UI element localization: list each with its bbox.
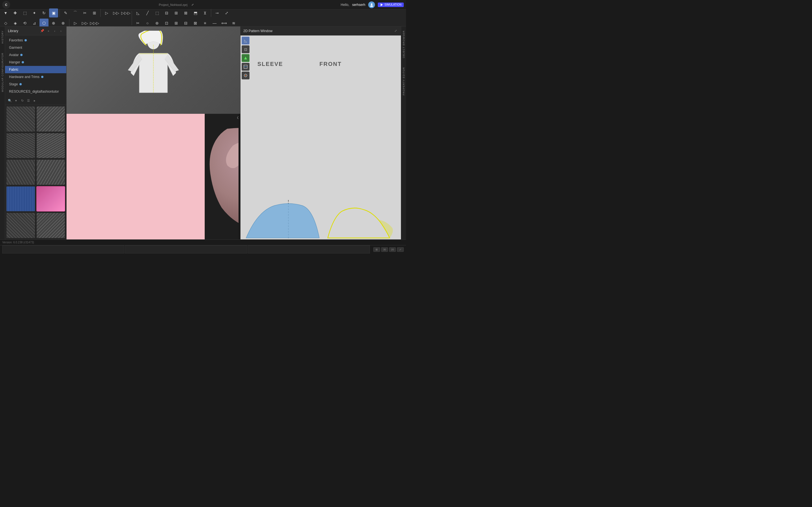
pattern-expand-btn[interactable]: ⤢: [393, 29, 398, 34]
pt-c5[interactable]: ⊞: [172, 18, 181, 27]
search-dropdown-btn[interactable]: ▾: [13, 98, 18, 103]
fabric-item[interactable]: (Defau...zfab: [36, 106, 65, 132]
history-tab[interactable]: HISTORY: [1, 29, 4, 45]
modular-config-tab[interactable]: MODULAR CONFIGURATOR: [1, 51, 4, 94]
sidebar-pin-btn[interactable]: 📌: [40, 29, 45, 34]
tool-nav6[interactable]: ▷▷▷: [90, 18, 99, 27]
sidebar-left-btn[interactable]: ‹: [52, 29, 57, 34]
pattern-icon-2[interactable]: ⊡: [242, 45, 250, 53]
sidebar-item-favorites[interactable]: Favorites: [5, 37, 66, 44]
sidebar-item-avatar[interactable]: Avatar: [5, 51, 66, 59]
tool-nav2[interactable]: ▷▷: [112, 8, 121, 17]
pt-b6[interactable]: ⊠: [181, 8, 190, 17]
mannequin-svg: [111, 31, 196, 110]
tool-b7[interactable]: ⊗: [59, 18, 68, 27]
info-dot: [24, 39, 27, 41]
pt-c11[interactable]: ≋: [229, 18, 238, 27]
pt-c10[interactable]: ⟺: [220, 18, 229, 27]
side-tab-right: OBJECT BROWSER PROPERTY EDITOR: [401, 26, 406, 239]
sidebar-item-label: Stage: [9, 82, 18, 86]
sidebar-header-icons: 📌 + ‹ ›: [40, 29, 63, 34]
pt-b10[interactable]: ⤢: [222, 8, 231, 17]
tool-b6[interactable]: ⊕: [49, 18, 58, 27]
list-view-btn[interactable]: ☰: [26, 98, 31, 103]
zoom-fit-btn[interactable]: ⤢: [397, 247, 404, 252]
sidebar-collapse-btn[interactable]: ▸: [32, 98, 37, 103]
pt-c1[interactable]: ✂: [133, 18, 142, 27]
tool-b3[interactable]: ⟲: [20, 18, 29, 27]
tool-rotate[interactable]: ↻: [40, 8, 49, 17]
pattern-icon-3[interactable]: [242, 54, 250, 62]
pt-c8[interactable]: ≡: [200, 18, 209, 27]
fabric-item[interactable]: Cotton...zfab: [6, 159, 35, 185]
property-panel: Classification : Cotton_Plus Content : 1…: [239, 114, 240, 239]
sidebar-item-hanger[interactable]: Hanger: [5, 59, 66, 66]
fabric-item[interactable]: Cotton...zfab: [36, 133, 65, 159]
tool-add[interactable]: ✚: [11, 8, 20, 17]
tool-pen[interactable]: ✎: [61, 8, 70, 17]
pt-c2[interactable]: ○: [143, 18, 152, 27]
refresh-btn[interactable]: ↻: [20, 98, 25, 103]
tool-bezier[interactable]: ⌒: [71, 8, 80, 17]
pt-c7[interactable]: ⊠: [191, 18, 200, 27]
sidebar-item-hardware[interactable]: Hardware and Trims: [5, 73, 66, 80]
pt-b5[interactable]: ⊞: [172, 8, 181, 17]
pattern-icon-5[interactable]: [242, 71, 250, 79]
object-browser-tab[interactable]: OBJECT BROWSER: [402, 29, 406, 60]
tool-nav3[interactable]: ▷▷▷: [121, 8, 130, 17]
pattern-icon-1[interactable]: ◺: [242, 37, 250, 45]
fabric-item[interactable]: Cotton...zfab: [6, 186, 35, 212]
pattern-front-label: FRONT: [319, 61, 342, 67]
sidebar-item-stage[interactable]: Stage: [5, 80, 66, 88]
fabric-item[interactable]: Cotton...zfab: [6, 133, 35, 159]
property-editor-tab[interactable]: PROPERTY EDITOR: [402, 65, 406, 97]
pt-b9[interactable]: ⊸: [213, 8, 221, 17]
pt-b1[interactable]: ◺: [133, 8, 142, 17]
info-dot: [20, 54, 22, 56]
fabric-thumb: [37, 160, 65, 185]
zoom-20-btn[interactable]: 20: [389, 247, 396, 252]
tool-b5-active[interactable]: ⬡: [40, 18, 49, 27]
pt-c4[interactable]: ⊡: [162, 18, 171, 27]
fabric-item[interactable]: Cotton...zfab: [36, 213, 65, 238]
tool-b4[interactable]: ⊿: [30, 18, 39, 27]
sidebar-add-btn[interactable]: +: [46, 29, 51, 34]
sidebar-right-btn[interactable]: ›: [58, 29, 63, 34]
tool-nav4[interactable]: ▷: [71, 18, 80, 27]
pt-b4[interactable]: ⊟: [162, 8, 171, 17]
tool-select[interactable]: ▼: [1, 8, 10, 17]
expand-button[interactable]: ⤢: [190, 2, 195, 8]
simulation-badge[interactable]: SIMULATION: [378, 3, 404, 7]
fabric-item[interactable]: (Defau...zfab: [6, 106, 35, 132]
tool-b1[interactable]: ◇: [1, 18, 10, 27]
tool-nav5[interactable]: ▷▷: [80, 18, 89, 27]
pt-b2[interactable]: ╱: [143, 8, 152, 17]
fabric-item[interactable]: Cotton...zfab: [36, 159, 65, 185]
view-grid-btn[interactable]: ⊞: [373, 247, 380, 252]
tool-rect-select[interactable]: ⬚: [20, 8, 29, 17]
pt-b8[interactable]: ⊻: [200, 8, 209, 17]
zoom-30-btn[interactable]: 30: [381, 247, 388, 252]
sidebar-item-fabric[interactable]: Fabric: [5, 66, 66, 73]
pt-c3[interactable]: ⊛: [153, 18, 161, 27]
pt-c6[interactable]: ⊟: [181, 18, 190, 27]
search-type-btn[interactable]: 🔍: [7, 98, 12, 103]
info-dot: [41, 76, 43, 78]
tool-active1[interactable]: ▣: [49, 8, 58, 17]
tool-move[interactable]: ✦: [30, 8, 39, 17]
fabric-item-selected[interactable]: Cotton...zfab: [36, 186, 65, 212]
sep1: [59, 9, 60, 17]
tool-nav1[interactable]: ▷: [102, 8, 111, 17]
tool-transform[interactable]: ⊞: [90, 8, 99, 17]
sidebar-item-garment[interactable]: Garment: [5, 44, 66, 51]
tool-cut[interactable]: ✂: [80, 8, 89, 17]
pattern-icon-4[interactable]: [242, 63, 250, 71]
pt-c9[interactable]: —: [210, 18, 219, 27]
sidebar-item-resources[interactable]: RESOURCES_digitalfashiontutor: [5, 88, 66, 95]
fabric-thumb: [6, 186, 35, 212]
pattern-title: 2D Pattern Window: [243, 29, 272, 33]
pt-b7[interactable]: ⬒: [191, 8, 200, 17]
pt-b3[interactable]: ⬚: [153, 8, 161, 17]
tool-b2[interactable]: ◈: [11, 18, 20, 27]
fabric-item[interactable]: Cotton...zfab: [6, 213, 35, 238]
